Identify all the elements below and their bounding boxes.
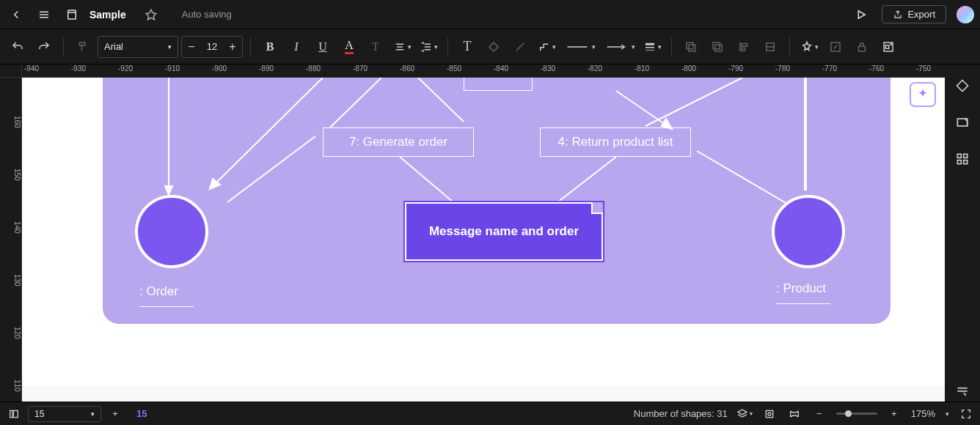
edit-button[interactable] — [824, 35, 847, 59]
fullscreen-button[interactable] — [958, 406, 974, 422]
italic-button[interactable]: I — [285, 35, 308, 59]
svg-rect-24 — [742, 43, 747, 46]
svg-rect-19 — [687, 42, 693, 49]
stroke-color-button[interactable] — [508, 35, 532, 59]
chevron-down-icon[interactable]: ▾ — [946, 410, 949, 418]
diagram-box-return[interactable]: 4: Return product list — [540, 128, 691, 157]
ruler-tick: 150 — [0, 130, 21, 183]
ruler-tick: -920 — [116, 64, 163, 77]
ai-assist-button[interactable] — [910, 82, 936, 107]
ruler-tick: -890 — [257, 64, 304, 77]
font-size-decrease[interactable]: − — [182, 37, 201, 57]
diagram-box-generate[interactable]: 7: Generate order — [323, 128, 474, 157]
diagram-product-node[interactable] — [772, 195, 845, 268]
svg-line-46 — [227, 136, 315, 202]
redo-button[interactable] — [32, 35, 56, 59]
present-button[interactable] — [851, 4, 871, 25]
canvas[interactable]: 7: Generate order 4: Return product list… — [22, 78, 945, 402]
apps-panel-button[interactable] — [951, 148, 973, 170]
vertical-ruler: 160150140130120110100 — [0, 78, 22, 402]
diagram-order-node[interactable] — [135, 195, 208, 268]
lock-button[interactable] — [850, 35, 874, 59]
spacing-button[interactable]: ▾ — [417, 35, 440, 59]
svg-marker-34 — [165, 186, 172, 195]
fill-button[interactable] — [482, 35, 505, 59]
diagram-top-box[interactable] — [464, 78, 533, 91]
line-style-button[interactable]: ▾ — [561, 35, 598, 59]
pages-panel-button[interactable] — [6, 406, 22, 422]
page-select[interactable]: 15 ▾ — [28, 406, 101, 422]
font-name: Arial — [104, 41, 123, 52]
page[interactable]: 7: Generate order 4: Return product list… — [22, 78, 945, 385]
send-back-button[interactable] — [679, 35, 703, 59]
page-total: 15 — [34, 409, 44, 419]
separator — [671, 37, 672, 56]
text-tool[interactable]: T — [456, 35, 479, 59]
diagram-product-label[interactable]: : Product — [776, 281, 830, 304]
file-title: Sample — [89, 9, 126, 21]
align-button[interactable]: ▾ — [390, 35, 414, 59]
svg-rect-25 — [742, 48, 745, 51]
font-size-value[interactable]: 12 — [201, 41, 223, 52]
font-select[interactable]: Arial ▾ — [98, 36, 178, 58]
svg-rect-50 — [964, 154, 968, 158]
arrow-style-button[interactable]: ▾ — [601, 35, 637, 59]
ruler-tick: -940 — [22, 64, 69, 77]
ruler-tick: -750 — [914, 64, 945, 77]
ruler-tick: -900 — [210, 64, 257, 77]
svg-rect-49 — [957, 154, 961, 158]
svg-rect-22 — [713, 42, 720, 49]
ruler-tick: -860 — [398, 64, 445, 77]
svg-line-39 — [616, 91, 668, 126]
export-button[interactable]: Export — [882, 5, 946, 23]
svg-line-38 — [418, 78, 464, 122]
layers-button[interactable]: ▾ — [736, 406, 753, 422]
horizontal-ruler: -940-930-920-910-900-890-880-870-860-850… — [22, 64, 945, 78]
add-page-button[interactable]: + — [107, 406, 123, 422]
zoom-in-button[interactable]: + — [886, 406, 902, 422]
star-button[interactable] — [141, 4, 161, 25]
format-painter-button[interactable] — [71, 35, 95, 59]
bring-front-button[interactable] — [706, 35, 729, 59]
underline-button[interactable]: U — [311, 35, 334, 59]
autosave-status: Auto saving — [182, 9, 232, 20]
bold-button[interactable]: B — [258, 35, 282, 59]
distribute-button[interactable] — [758, 35, 782, 59]
layers-panel-button[interactable] — [951, 111, 973, 133]
zoom-slider[interactable] — [836, 413, 877, 415]
ruler-tick: 160 — [0, 78, 21, 130]
ruler-tick: -840 — [491, 64, 538, 77]
collapse-panel-button[interactable] — [951, 380, 973, 402]
focus-button[interactable] — [761, 406, 778, 422]
fill-panel-button[interactable] — [951, 75, 973, 97]
diagram-connectors — [103, 78, 891, 324]
ruler-tick: -830 — [538, 64, 585, 77]
svg-marker-5 — [146, 10, 156, 20]
back-button[interactable] — [6, 4, 26, 25]
export-label: Export — [907, 9, 935, 20]
undo-button[interactable] — [6, 35, 29, 59]
user-avatar[interactable] — [957, 6, 974, 23]
insert-button[interactable] — [877, 35, 900, 59]
svg-rect-51 — [957, 160, 961, 164]
zoom-out-button[interactable]: − — [811, 406, 827, 422]
connector-button[interactable]: ▾ — [535, 35, 558, 59]
diagram-note[interactable]: Message name and order — [405, 202, 603, 261]
zoom-value[interactable]: 175% — [911, 408, 935, 419]
align-objects-button[interactable] — [732, 35, 756, 59]
font-color-button[interactable]: A — [337, 35, 361, 59]
ruler-tick: -810 — [632, 64, 679, 77]
font-size-increase[interactable]: + — [223, 37, 242, 57]
view-mode-button[interactable] — [786, 406, 802, 422]
file-icon — [62, 4, 82, 25]
text-format-button[interactable]: T — [364, 35, 387, 59]
svg-line-43 — [400, 157, 453, 202]
line-weight-button[interactable]: ▾ — [640, 35, 664, 59]
svg-rect-21 — [715, 45, 722, 51]
menu-button[interactable] — [34, 4, 54, 25]
svg-rect-52 — [964, 160, 968, 164]
svg-marker-57 — [738, 410, 747, 415]
diagram-order-label[interactable]: : Order — [139, 284, 194, 307]
effects-button[interactable]: ▾ — [797, 35, 821, 59]
diagram-frame[interactable]: 7: Generate order 4: Return product list… — [103, 78, 891, 324]
